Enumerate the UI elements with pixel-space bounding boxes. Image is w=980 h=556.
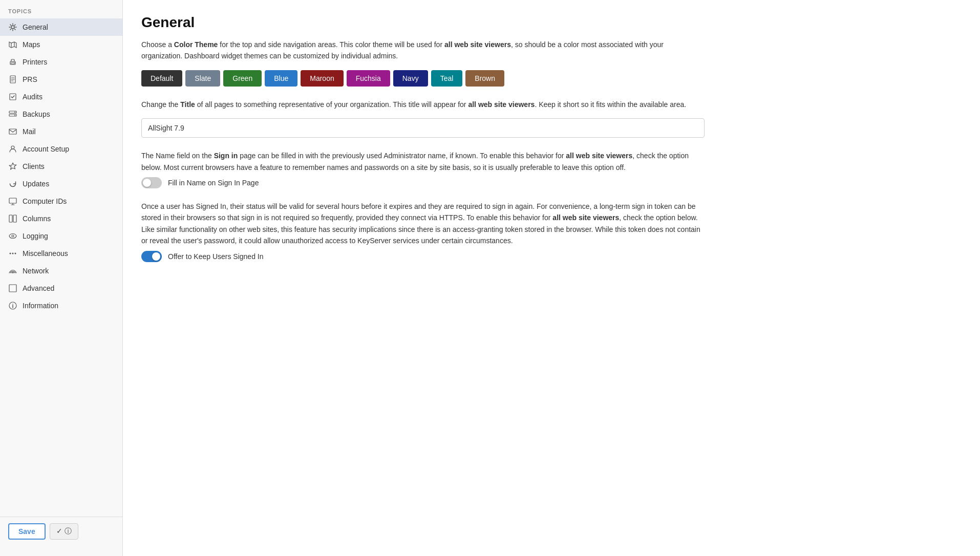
title-bold: Title — [180, 100, 195, 109]
miscellaneous-icon — [8, 249, 17, 258]
clients-icon — [8, 162, 17, 171]
sidebar-item-label: Columns — [23, 215, 51, 223]
svg-point-16 — [10, 253, 11, 254]
sidebar-item-label: Advanced — [23, 284, 54, 292]
svg-point-8 — [14, 112, 15, 113]
color-btn-teal[interactable]: Teal — [431, 70, 463, 87]
network-icon — [8, 266, 17, 275]
color-btn-blue[interactable]: Blue — [265, 70, 297, 87]
sidebar-item-label: Backups — [23, 110, 50, 118]
sidebar-item-information[interactable]: Information — [0, 297, 122, 314]
all-viewers-bold-2: all web site viewers — [468, 100, 535, 109]
signin-bold: Sign in — [214, 152, 238, 160]
sidebar-item-label: Clients — [23, 162, 45, 170]
color-theme-bold: Color Theme — [174, 40, 218, 49]
sidebar-item-logging[interactable]: Logging — [0, 227, 122, 245]
svg-rect-2 — [11, 62, 14, 64]
sidebar-item-mail[interactable]: Mail — [0, 123, 122, 140]
svg-rect-10 — [9, 129, 16, 134]
save-button[interactable]: Save — [8, 523, 46, 540]
sidebar-item-general[interactable]: General — [0, 18, 122, 36]
printers-icon — [8, 57, 17, 67]
account-setup-icon — [8, 144, 17, 154]
keep-signed-in-row: Offer to Keep Users Signed In — [141, 251, 962, 262]
title-description: Change the Title of all pages to somethi… — [141, 99, 705, 110]
svg-point-9 — [14, 115, 15, 116]
sidebar-item-account-setup[interactable]: Account Setup — [0, 140, 122, 158]
color-theme-description: Choose a Color Theme for the top and sid… — [141, 39, 705, 62]
all-viewers-bold-1: all web site viewers — [444, 40, 511, 49]
sidebar-item-backups[interactable]: Backups — [0, 105, 122, 123]
sidebar-item-label: General — [23, 23, 48, 31]
toggle-thumb-2 — [152, 252, 160, 261]
svg-point-11 — [11, 146, 14, 149]
sidebar-item-clients[interactable]: Clients — [0, 158, 122, 175]
fill-in-name-row: Fill in Name on Sign In Page — [141, 177, 962, 188]
sidebar: TOPICS GeneralMapsPrintersPRSAuditsBacku… — [0, 0, 123, 556]
sidebar-item-label: Printers — [23, 58, 47, 66]
sidebar-item-label: Audits — [23, 93, 42, 101]
svg-point-3 — [14, 62, 15, 63]
sidebar-item-label: Logging — [23, 232, 48, 240]
svg-point-17 — [12, 253, 14, 254]
sidebar-item-label: Information — [23, 302, 58, 310]
sidebar-footer: Save ✓ ⓘ — [0, 517, 122, 546]
columns-icon — [8, 214, 17, 223]
audits-icon — [8, 92, 17, 101]
toggle-thumb — [143, 179, 151, 187]
svg-rect-12 — [9, 198, 16, 203]
sidebar-item-computer-ids[interactable]: Computer IDs — [0, 193, 122, 210]
color-btn-brown[interactable]: Brown — [465, 70, 504, 87]
all-viewers-bold-3: all web site viewers — [566, 152, 632, 160]
sidebar-item-label: Computer IDs — [23, 197, 67, 205]
sidebar-item-label: Network — [23, 267, 49, 275]
svg-point-0 — [11, 26, 14, 29]
sidebar-item-prs[interactable]: PRS — [0, 71, 122, 88]
sidebar-item-columns[interactable]: Columns — [0, 210, 122, 227]
updates-icon — [8, 179, 17, 188]
all-viewers-bold-4: all web site viewers — [552, 213, 619, 222]
svg-rect-20 — [9, 285, 16, 292]
color-btn-maroon[interactable]: Maroon — [301, 70, 343, 87]
keep-signed-in-label: Offer to Keep Users Signed In — [168, 252, 264, 261]
check-info-button[interactable]: ✓ ⓘ — [50, 523, 78, 540]
computer-ids-icon — [8, 197, 17, 206]
topics-label: TOPICS — [0, 0, 122, 18]
sidebar-item-miscellaneous[interactable]: Miscellaneous — [0, 245, 122, 262]
sidebar-item-label: Account Setup — [23, 145, 69, 153]
logging-icon — [8, 231, 17, 241]
title-input[interactable] — [141, 118, 705, 138]
svg-point-18 — [15, 253, 16, 254]
sidebar-item-label: Mail — [23, 127, 36, 136]
backups-icon — [8, 110, 17, 119]
svg-rect-14 — [13, 215, 16, 222]
advanced-icon — [8, 284, 17, 293]
svg-point-15 — [12, 235, 14, 237]
svg-point-22 — [12, 304, 13, 305]
sidebar-item-printers[interactable]: Printers — [0, 53, 122, 71]
sidebar-item-advanced[interactable]: Advanced — [0, 280, 122, 297]
sidebar-item-network[interactable]: Network — [0, 262, 122, 280]
keep-signed-in-description: Once a user has Signed In, their status … — [141, 201, 705, 247]
sidebar-item-label: Maps — [23, 40, 40, 49]
color-btn-fuchsia[interactable]: Fuchsia — [347, 70, 390, 87]
color-btn-green[interactable]: Green — [223, 70, 262, 87]
sidebar-item-audits[interactable]: Audits — [0, 88, 122, 105]
color-theme-buttons: DefaultSlateGreenBlueMaroonFuchsiaNavyTe… — [141, 70, 962, 87]
sidebar-item-label: PRS — [23, 75, 37, 83]
sidebar-item-updates[interactable]: Updates — [0, 175, 122, 193]
fill-in-name-toggle[interactable] — [141, 177, 162, 188]
prs-icon — [8, 75, 17, 84]
color-btn-navy[interactable]: Navy — [393, 70, 428, 87]
sidebar-item-label: Updates — [23, 180, 49, 188]
keep-signed-in-toggle[interactable] — [141, 251, 162, 262]
fill-in-name-label: Fill in Name on Sign In Page — [168, 179, 259, 187]
signin-description: The Name field on the Sign in page can b… — [141, 150, 705, 173]
general-icon — [8, 23, 17, 32]
page-title: General — [141, 14, 962, 31]
color-btn-default[interactable]: Default — [141, 70, 182, 87]
color-btn-slate[interactable]: Slate — [185, 70, 220, 87]
maps-icon — [8, 40, 17, 49]
sidebar-item-maps[interactable]: Maps — [0, 36, 122, 53]
svg-rect-13 — [9, 215, 12, 222]
